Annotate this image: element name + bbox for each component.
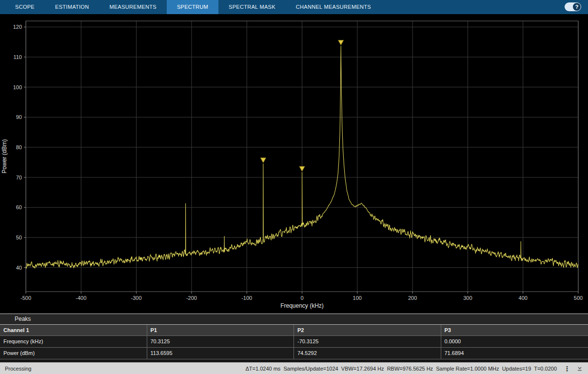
- peaks-value-cell: 74.5292: [294, 348, 441, 359]
- peaks-header-cell: P3: [441, 325, 588, 335]
- peaks-header-row: Channel 1P1P2P3: [0, 324, 588, 336]
- peaks-panel-title: Peaks: [0, 314, 588, 324]
- peaks-header-cell: P2: [294, 325, 441, 335]
- toolbar-tabs: SCOPEESTIMATIONMEASUREMENTSSPECTRUMSPECT…: [5, 0, 381, 14]
- peaks-row: Frequency (kHz)70.3125-70.31250.0000: [0, 336, 588, 348]
- peaks-value-cell: 70.3125: [147, 336, 294, 347]
- peaks-panel: Peaks Channel 1P1P2P3Frequency (kHz)70.3…: [0, 314, 588, 359]
- svg-text:-300: -300: [131, 295, 142, 301]
- svg-text:90: 90: [16, 114, 22, 120]
- svg-text:60: 60: [16, 204, 22, 210]
- peak-marker-p1: [338, 40, 344, 45]
- peaks-value-cell: 113.6595: [147, 348, 294, 359]
- spectrum-chart[interactable]: -500-400-300-200-10001002003004005004050…: [0, 14, 588, 314]
- svg-text:0: 0: [300, 295, 303, 301]
- status-text: Processing: [3, 366, 31, 372]
- peaks-value-cell: 0.0000: [441, 336, 588, 347]
- svg-text:-500: -500: [20, 295, 31, 301]
- svg-text:Power (dBm): Power (dBm): [1, 139, 8, 173]
- svg-text:110: 110: [13, 54, 22, 60]
- svg-text:50: 50: [16, 235, 22, 240]
- toolbar: SCOPEESTIMATIONMEASUREMENTSSPECTRUMSPECT…: [0, 0, 588, 14]
- peak-marker-p3: [299, 166, 305, 171]
- tab-estimation[interactable]: ESTIMATION: [45, 0, 99, 14]
- svg-text:40: 40: [16, 265, 22, 271]
- svg-text:100: 100: [353, 295, 362, 301]
- peaks-row: Power (dBm)113.659574.529271.6894: [0, 348, 588, 359]
- spectrum-plot-area: -500-400-300-200-10001002003004005004050…: [0, 14, 588, 314]
- peaks-value-cell: -70.3125: [294, 336, 441, 347]
- tab-channel-measurements[interactable]: CHANNEL MEASUREMENTS: [286, 0, 381, 14]
- peaks-header-cell: Channel 1: [0, 325, 147, 335]
- svg-text:-100: -100: [241, 295, 252, 301]
- svg-text:300: 300: [463, 295, 472, 301]
- help-button[interactable]: ?: [565, 2, 581, 11]
- measurement-stats: ΔT=1.0240 ms Samples/Update=1024 VBW=17.…: [246, 366, 557, 372]
- svg-text:100: 100: [13, 84, 22, 90]
- peaks-value-cell: 71.6894: [441, 348, 588, 359]
- tab-measurements[interactable]: MEASUREMENTS: [99, 0, 167, 14]
- tab-spectrum[interactable]: SPECTRUM: [167, 0, 218, 14]
- svg-text:-200: -200: [186, 295, 197, 301]
- svg-text:Frequency (kHz): Frequency (kHz): [280, 302, 324, 309]
- peaks-table: Channel 1P1P2P3Frequency (kHz)70.3125-70…: [0, 324, 588, 359]
- peak-marker-p2: [260, 158, 266, 163]
- collapse-statusbar-icon[interactable]: [576, 366, 583, 372]
- status-bar: Processing ΔT=1.0240 ms Samples/Update=1…: [0, 362, 588, 374]
- svg-text:400: 400: [519, 295, 528, 301]
- peaks-row-label: Frequency (kHz): [0, 336, 147, 347]
- peaks-header-cell: P1: [147, 325, 294, 335]
- tab-scope[interactable]: SCOPE: [5, 0, 45, 14]
- peaks-row-label: Power (dBm): [0, 348, 147, 359]
- svg-text:-400: -400: [76, 295, 86, 301]
- spectrum-analyzer-window: SCOPEESTIMATIONMEASUREMENTSSPECTRUMSPECT…: [0, 0, 588, 374]
- svg-text:70: 70: [16, 175, 22, 180]
- svg-text:200: 200: [408, 295, 417, 301]
- svg-text:120: 120: [13, 24, 22, 30]
- help-icon: ?: [573, 3, 581, 11]
- kebab-menu-icon[interactable]: ⋮: [564, 365, 570, 372]
- svg-text:80: 80: [16, 144, 22, 150]
- tab-spectral-mask[interactable]: SPECTRAL MASK: [218, 0, 286, 14]
- svg-text:500: 500: [574, 295, 583, 301]
